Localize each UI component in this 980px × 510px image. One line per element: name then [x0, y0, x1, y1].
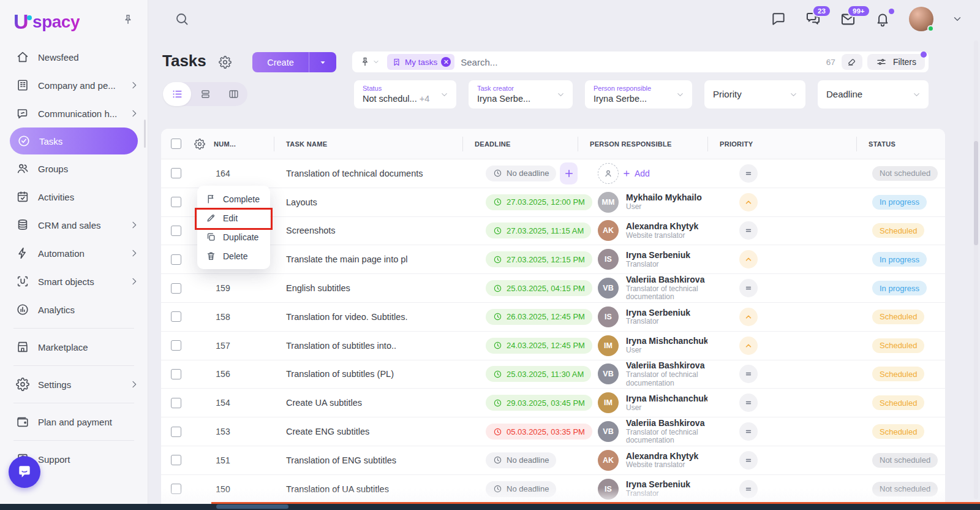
deadline-chip[interactable]: No deadline [486, 481, 556, 497]
person-cell[interactable]: VB Valeriia Bashkirova Translator of tec… [598, 275, 707, 302]
priority-badge[interactable] [739, 394, 758, 412]
filter-task-creator-dropdown[interactable]: Task creator Iryna Serbe... [469, 80, 573, 108]
status-pill[interactable]: In progress [872, 281, 927, 295]
filter-deadline-dropdown[interactable]: Deadline [818, 80, 929, 108]
my-tasks-filter-chip[interactable]: My tasks ✕ [387, 54, 454, 70]
column-settings-gear-icon[interactable] [194, 139, 205, 150]
deadline-chip[interactable]: 25.03.2025, 11:30 AM [486, 366, 591, 382]
sidebar-pin-icon[interactable] [122, 13, 134, 26]
row-checkbox[interactable] [171, 197, 181, 207]
table-row[interactable]: 151 Translation of ENG subtitles No dead… [161, 446, 945, 475]
deadline-chip[interactable]: 27.03.2025, 11:15 AM [486, 223, 591, 238]
column-header-num[interactable]: NUM... [214, 140, 236, 148]
table-row[interactable]: 150 Translation of UA subtitles No deadl… [161, 475, 945, 504]
table-row[interactable]: Layouts 27.03.2025, 12:00 PM [161, 188, 945, 217]
status-pill[interactable]: In progress [872, 252, 927, 267]
column-header-task-name[interactable]: TASK NAME [274, 129, 462, 159]
task-name[interactable]: Translation of ENG subtitles [274, 455, 462, 465]
chats-icon[interactable]: 23 [805, 11, 821, 28]
status-pill[interactable]: In progress [872, 195, 927, 210]
person-cell[interactable]: AK Alexandra Khytyk Website translator [598, 450, 698, 471]
task-name[interactable]: English subtitles [274, 283, 462, 293]
menu-item-edit[interactable]: Edit [197, 208, 270, 227]
sidebar-item-tasks[interactable]: Tasks [10, 128, 138, 154]
row-checkbox[interactable] [171, 369, 181, 379]
status-pill[interactable]: Not scheduled [872, 453, 938, 468]
deadline-chip[interactable]: No deadline [486, 452, 556, 468]
sidebar-item-automation[interactable]: Automation [0, 239, 148, 267]
task-name[interactable]: Create ENG subtitles [274, 427, 462, 436]
row-checkbox[interactable] [171, 340, 181, 351]
deadline-chip[interactable]: 26.03.2025, 12:45 PM [486, 309, 592, 325]
create-button[interactable]: Create [252, 52, 309, 72]
menu-item-complete[interactable]: Complete [197, 189, 270, 208]
task-name[interactable]: Translate the main page into pl [274, 254, 462, 264]
person-cell[interactable]: IS Iryna Serbeniuk Translator [598, 249, 690, 270]
select-all-checkbox[interactable] [171, 139, 181, 149]
person-cell[interactable]: IS Iryna Serbeniuk Translator [598, 479, 690, 500]
table-row[interactable]: 158 Translation for video. Subtitles. 26… [161, 303, 945, 332]
search-input[interactable] [461, 57, 826, 67]
sidebar-item-activities[interactable]: Activities [0, 183, 148, 211]
sidebar-item-communication[interactable]: Communication h... [0, 99, 148, 128]
sidebar-scrollbar[interactable] [144, 120, 146, 148]
view-list-button[interactable] [163, 82, 191, 106]
deadline-chip[interactable]: No deadline [486, 166, 556, 181]
uspacy-logo[interactable]: Uspacy [13, 10, 80, 34]
person-cell[interactable]: AK Alexandra Khytyk Website translator [598, 220, 698, 241]
row-checkbox[interactable] [171, 398, 181, 408]
priority-badge[interactable] [739, 279, 758, 297]
priority-badge[interactable] [739, 250, 758, 268]
priority-badge[interactable] [739, 308, 758, 326]
table-row[interactable]: Screenshots 27.03.2025, 11:15 AM [161, 217, 945, 246]
add-deadline-button[interactable] [560, 162, 578, 185]
row-checkbox[interactable] [171, 311, 181, 322]
column-header-person[interactable]: PERSON RESPONSIBLE [578, 129, 707, 159]
profile-caret-icon[interactable] [952, 13, 963, 25]
row-checkbox[interactable] [171, 168, 181, 178]
table-row[interactable]: Translate the main page into pl 27.03.20… [161, 245, 945, 274]
priority-badge[interactable] [739, 365, 758, 383]
sidebar-item-company[interactable]: Company and pe... [0, 71, 148, 99]
comment-icon[interactable] [771, 11, 786, 27]
status-pill[interactable]: Scheduled [872, 367, 924, 381]
status-pill[interactable]: Scheduled [872, 223, 924, 238]
status-pill[interactable]: Scheduled [872, 424, 924, 439]
status-pill[interactable]: Scheduled [872, 395, 924, 410]
bell-icon[interactable] [875, 11, 891, 27]
table-row[interactable]: 154 Create UA subtitles 29.03.2025, 03:4… [161, 389, 945, 417]
view-kanban-button[interactable] [191, 82, 219, 106]
menu-item-duplicate[interactable]: Duplicate [197, 227, 270, 246]
priority-badge[interactable] [739, 221, 758, 240]
priority-badge[interactable] [739, 164, 758, 183]
priority-badge[interactable] [739, 193, 758, 211]
sidebar-item-smart-objects[interactable]: Smart objects [0, 267, 148, 295]
column-header-priority[interactable]: PRIORITY [707, 129, 856, 159]
table-row[interactable]: 157 Translation of subtitles into.. 24.0… [161, 332, 945, 360]
sidebar-item-settings[interactable]: Settings [0, 370, 148, 398]
deadline-chip[interactable]: 25.03.2025, 04:15 PM [486, 280, 592, 296]
task-name[interactable]: Create UA subtitles [274, 398, 462, 408]
person-cell[interactable]: MM Mykhailo Mykhailo User [598, 192, 702, 213]
row-checkbox[interactable] [171, 455, 181, 465]
table-row[interactable]: 164 Translation of technical documents N… [161, 159, 945, 188]
table-row[interactable]: 159 English subtitles 25.03.2025, 04:15 … [161, 274, 945, 303]
page-scrollbar-thumb[interactable] [974, 141, 978, 245]
task-name[interactable]: Translation of subtitles (PL) [274, 369, 462, 379]
deadline-chip[interactable]: 27.03.2025, 12:00 PM [486, 194, 592, 210]
priority-badge[interactable] [739, 337, 758, 355]
filter-priority-dropdown[interactable]: Priority [704, 80, 805, 108]
chip-close-icon[interactable]: ✕ [441, 57, 451, 67]
sidebar-item-marketplace[interactable]: Marketplace [0, 333, 148, 361]
tasks-settings-gear-icon[interactable] [219, 56, 232, 69]
pin-filter-dropdown[interactable] [360, 56, 380, 67]
priority-badge[interactable] [739, 480, 758, 498]
chat-launcher-button[interactable] [9, 456, 40, 488]
sidebar-item-groups[interactable]: Groups [0, 154, 148, 183]
task-name[interactable]: Translation of subtitles into.. [274, 341, 462, 351]
priority-badge[interactable] [739, 451, 758, 470]
person-cell[interactable]: IM Iryna Mishchanchuk User [598, 392, 707, 413]
priority-badge[interactable] [739, 422, 758, 441]
mail-icon[interactable]: 99+ [840, 11, 856, 28]
row-checkbox[interactable] [171, 283, 181, 294]
